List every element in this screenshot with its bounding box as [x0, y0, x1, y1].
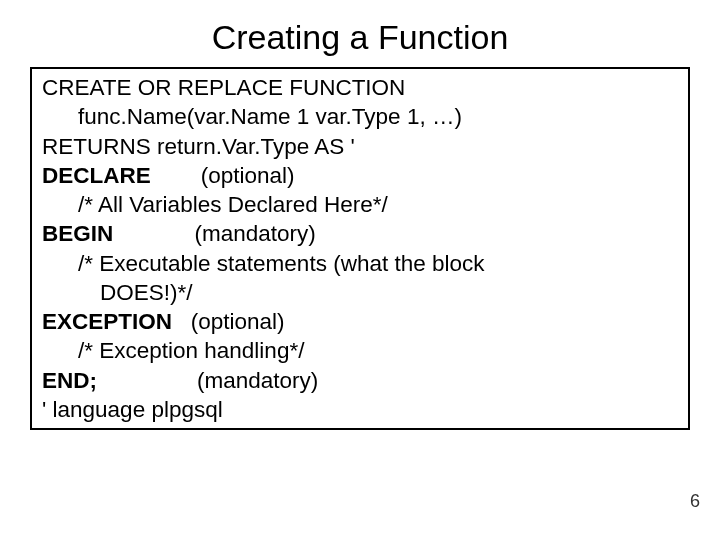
code-line: CREATE OR REPLACE FUNCTION	[42, 73, 678, 102]
slide: Creating a Function CREATE OR REPLACE FU…	[0, 0, 720, 540]
slide-title: Creating a Function	[30, 18, 690, 57]
annotation: (optional)	[191, 309, 285, 334]
code-line: END; (mandatory)	[42, 366, 678, 395]
keyword-declare: DECLARE	[42, 163, 151, 188]
code-line: /* All Variables Declared Here*/	[42, 190, 678, 219]
code-line: /* Exception handling*/	[42, 336, 678, 365]
code-box: CREATE OR REPLACE FUNCTION func.Name(var…	[30, 67, 690, 430]
code-line: DOES!)*/	[42, 278, 678, 307]
code-line: /* Executable statements (what the block	[42, 249, 678, 278]
code-line: BEGIN (mandatory)	[42, 219, 678, 248]
page-number: 6	[690, 491, 700, 512]
annotation: (mandatory)	[195, 221, 316, 246]
code-line: RETURNS return.Var.Type AS '	[42, 132, 678, 161]
code-line: DECLARE (optional)	[42, 161, 678, 190]
annotation: (mandatory)	[197, 368, 318, 393]
annotation: (optional)	[201, 163, 295, 188]
code-line: EXCEPTION (optional)	[42, 307, 678, 336]
code-line: ' language plpgsql	[42, 395, 678, 424]
code-line: func.Name(var.Name 1 var.Type 1, …)	[42, 102, 678, 131]
keyword-end: END;	[42, 368, 97, 393]
keyword-exception: EXCEPTION	[42, 309, 172, 334]
keyword-begin: BEGIN	[42, 221, 113, 246]
